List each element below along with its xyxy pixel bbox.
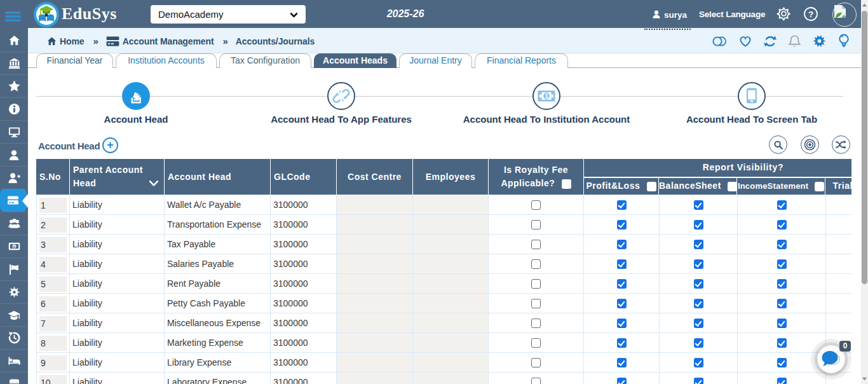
svg-text:?: ? bbox=[808, 10, 813, 19]
svg-text:0: 0 bbox=[13, 244, 15, 249]
svg-text:1: 1 bbox=[545, 92, 548, 100]
